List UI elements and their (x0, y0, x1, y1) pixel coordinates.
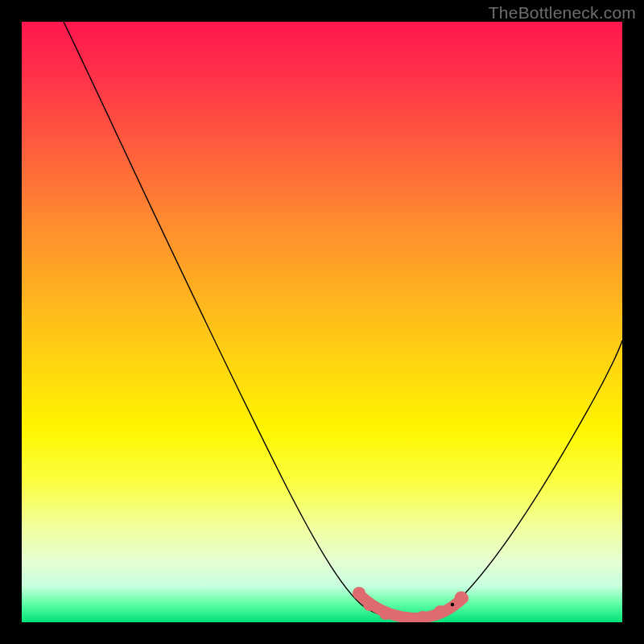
marker-dot (455, 592, 469, 605)
plot-area (22, 22, 622, 622)
watermark-text: TheBottleneck.com (489, 3, 636, 23)
marker-dot (379, 607, 392, 620)
bottleneck-curve (64, 22, 622, 619)
marker-dot (353, 587, 365, 600)
marker-dot (434, 605, 447, 618)
curve-layer (22, 22, 622, 622)
marker-dot (363, 598, 376, 611)
chart-stage: TheBottleneck.com (0, 0, 644, 644)
minimum-highlight-stroke (361, 596, 463, 618)
small-black-dot (451, 603, 454, 606)
